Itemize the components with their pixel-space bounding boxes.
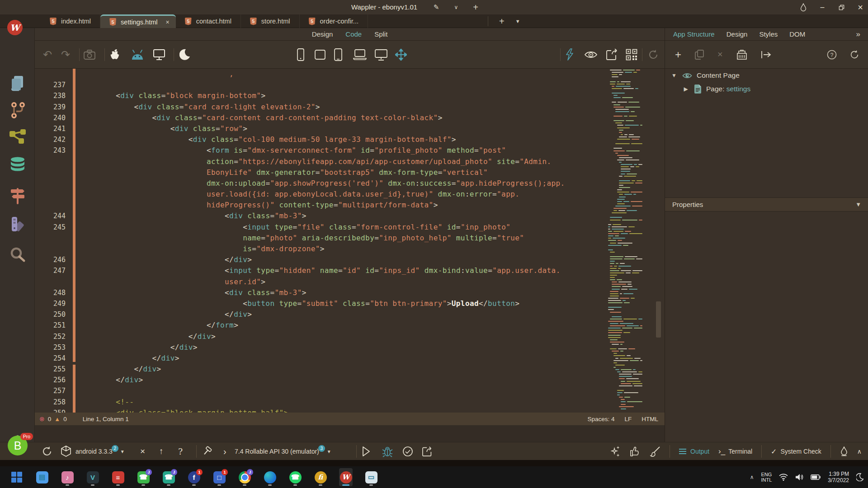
new-tab-button[interactable]: +	[499, 16, 505, 27]
visibility-eye-icon[interactable]	[682, 72, 692, 79]
ai-sparkles-icon[interactable]	[611, 446, 621, 457]
language-mode[interactable]: HTML	[642, 416, 658, 422]
tab-store-html[interactable]: 5store.html	[241, 14, 300, 28]
android-version-selector[interactable]: android 3.3.3 2 ▼	[75, 442, 125, 460]
close-button[interactable]: ×	[856, 3, 864, 11]
preview-eye-icon[interactable]	[582, 41, 599, 69]
redo-icon[interactable]: ↷	[58, 41, 73, 69]
clock[interactable]: 1:39 PM3/7/2022	[828, 471, 849, 483]
qr-code-icon[interactable]	[623, 41, 640, 69]
new-project-icon[interactable]: +	[470, 0, 481, 14]
database-icon[interactable]	[0, 156, 35, 174]
taskbar-app-wappler[interactable]: W	[339, 468, 353, 486]
system-check-button[interactable]: ✓ System Check	[771, 447, 821, 456]
check-circle-icon[interactable]	[402, 442, 413, 460]
emulator-selector[interactable]: 7.4 Rollable API 30 (emulator) 3 ▼	[235, 442, 331, 460]
add-component-icon[interactable]: +	[675, 48, 681, 61]
project-dropdown-icon[interactable]: ∨	[451, 0, 462, 14]
tab-contact-html[interactable]: 5contact.html	[176, 14, 241, 28]
panel-tab-dom[interactable]: DOM	[789, 30, 805, 38]
volume-icon[interactable]	[795, 474, 803, 481]
view-split[interactable]: Split	[374, 30, 387, 38]
tray-hidden-icons-chevron[interactable]: ∧	[750, 474, 754, 480]
code-editor[interactable]: 2372382392402412422432442452462472482492…	[35, 69, 665, 413]
focus-assist-moon-icon[interactable]	[856, 473, 863, 481]
panel-refresh-icon[interactable]	[849, 50, 859, 60]
tab-index-html[interactable]: 5index.html	[41, 14, 100, 28]
taskbar-app-whatsapp[interactable]: ☎	[288, 468, 302, 486]
desktop-target-icon[interactable]	[151, 41, 167, 69]
indent-setting[interactable]: Spaces: 4	[587, 416, 614, 422]
build-hamm er-icon[interactable]	[203, 442, 213, 460]
terminal-toggle[interactable]: ›_ Terminal	[718, 447, 752, 456]
tree-node-page-settings[interactable]: ▶ Page: settings	[665, 82, 868, 96]
tab-order-confir-[interactable]: 5order-confir...	[300, 14, 368, 28]
android-target-icon[interactable]	[129, 41, 146, 69]
delete-icon[interactable]: ×	[717, 49, 723, 60]
rename-project-icon[interactable]: ✎	[431, 0, 442, 14]
wappler-logo[interactable]: W	[7, 20, 23, 35]
panel-tab-styles[interactable]: Styles	[759, 30, 778, 38]
taskbar-app-green-phone[interactable]: ☎J	[137, 468, 150, 486]
clear-output-icon[interactable]	[840, 446, 848, 456]
format-brush-icon[interactable]	[650, 446, 660, 457]
share-export-icon[interactable]	[422, 442, 434, 460]
device-tablet-icon[interactable]	[312, 41, 328, 69]
collapse-chevron-icon[interactable]: ▼	[670, 72, 678, 79]
taskbar-app-preview-window[interactable]: ▭	[364, 468, 378, 486]
editor-scrollbar[interactable]	[655, 69, 662, 413]
device-desktop-icon[interactable]	[373, 41, 390, 69]
tab-settings-html[interactable]: 5settings.html×	[100, 14, 176, 28]
taskbar-app-code-app[interactable]: V	[86, 468, 99, 486]
move-into-icon[interactable]	[761, 50, 772, 59]
pages-icon[interactable]	[0, 75, 35, 92]
refresh-icon[interactable]	[645, 41, 661, 69]
debug-bug-icon[interactable]	[382, 442, 393, 460]
view-code[interactable]: Code	[345, 30, 362, 38]
styles-swatches-icon[interactable]	[0, 216, 35, 233]
device-laptop-icon[interactable]	[351, 41, 368, 69]
search-icon[interactable]	[0, 246, 35, 264]
taskbar-app-red-stack[interactable]: ≡	[111, 468, 125, 486]
minimap[interactable]	[607, 69, 644, 413]
taskbar-app-teal-chat[interactable]: ☎J	[162, 468, 175, 486]
language-indicator[interactable]: ENGINTL	[761, 472, 772, 483]
collapse-panel-chevron-icon[interactable]: ∧	[857, 448, 862, 455]
help-icon[interactable]: ?	[827, 50, 837, 60]
run-play-icon[interactable]	[362, 442, 371, 460]
properties-collapse-icon[interactable]: ▼	[855, 201, 861, 208]
responsive-resize-icon[interactable]	[393, 41, 409, 69]
taskbar-app-blue-messenger[interactable]: f1	[187, 468, 201, 486]
apple-target-icon[interactable]	[107, 41, 123, 69]
title-bar[interactable]: Wappler - ebonyv1.01 ✎ ∨ + – ×	[0, 0, 868, 14]
taskbar-app-edge[interactable]	[263, 468, 277, 486]
user-avatar[interactable]: B Pro	[8, 436, 28, 455]
minimize-button[interactable]: –	[818, 3, 826, 11]
tab-list-chevron-icon[interactable]: ▼	[515, 19, 520, 24]
device-phablet-icon[interactable]	[331, 41, 345, 69]
taskbar-app-media-player[interactable]: ♪	[61, 468, 74, 486]
git-branch-icon[interactable]	[0, 101, 35, 119]
wifi-icon[interactable]	[779, 474, 788, 481]
panel-tab-design[interactable]: Design	[726, 30, 748, 38]
copy-icon[interactable]	[695, 50, 704, 60]
output-toggle[interactable]: Output	[679, 448, 709, 455]
panel-tab-app-structure[interactable]: App Structure	[673, 30, 715, 38]
deploy-up-icon[interactable]: ↑	[159, 442, 164, 460]
sync-icon[interactable]	[42, 442, 52, 460]
properties-section[interactable]: Properties ▼	[665, 197, 868, 211]
dark-mode-moon-icon[interactable]	[177, 41, 193, 69]
usb-debug-icon[interactable]: ?	[178, 442, 183, 460]
workflows-icon[interactable]	[0, 128, 35, 145]
actions-lightning-icon[interactable]	[562, 41, 577, 69]
eol-setting[interactable]: LF	[624, 416, 632, 422]
theme-droplet-icon[interactable]	[799, 3, 807, 11]
maximize-button[interactable]	[837, 3, 845, 11]
expand-chevron-icon[interactable]: ▶	[682, 86, 689, 92]
scrollbar-thumb[interactable]	[656, 301, 661, 338]
device-chevron-icon[interactable]: ›	[223, 442, 226, 460]
taskbar-app-store-blue[interactable]: □1	[212, 468, 226, 486]
undo-icon[interactable]: ↶	[40, 41, 55, 69]
open-in-browser-icon[interactable]	[604, 41, 621, 69]
routing-signpost-icon[interactable]	[0, 187, 35, 205]
